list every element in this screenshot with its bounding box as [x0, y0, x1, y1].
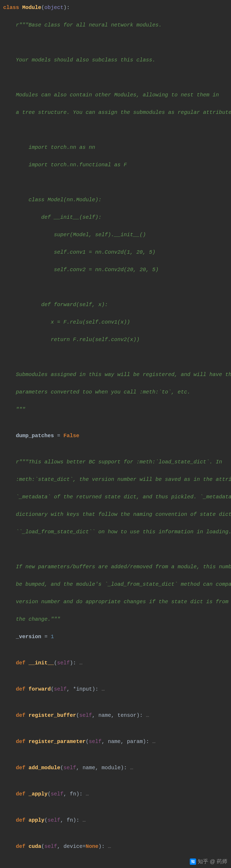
zhihu-icon: 知 [190, 859, 196, 865]
watermark-at: @ [210, 857, 215, 866]
code-editor[interactable]: class Module(object): r"""Base class for… [0, 0, 231, 868]
watermark: 知 知乎 @药师 [190, 857, 227, 866]
watermark-site: 知乎 [198, 857, 208, 866]
watermark-author: 药师 [217, 857, 227, 866]
